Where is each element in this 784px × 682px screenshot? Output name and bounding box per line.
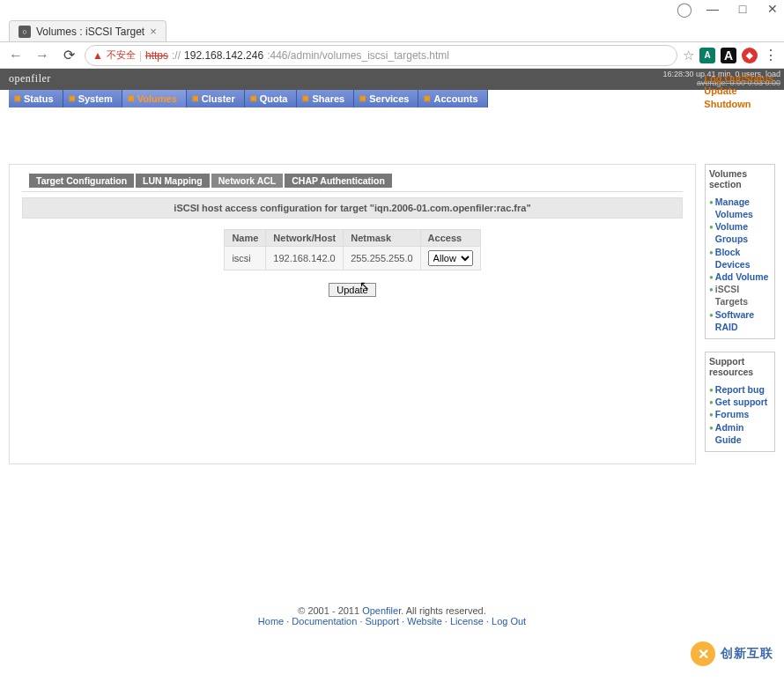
nav-system[interactable]: ▣System [63,90,122,107]
tab-favicon-icon: ○ [18,26,31,38]
side-link-admin-guide[interactable]: Admin Guide [715,421,771,446]
cell-netmask: 255.255.255.0 [344,246,420,270]
tab-title: Volumes : iSCSI Target [36,26,144,38]
support-resources-box: Support resources ●Report bug ●Get suppo… [705,352,775,452]
update-button[interactable]: Update [329,283,375,297]
col-access: Access [420,229,480,246]
watermark: ✕ 创新互联 [691,641,773,666]
nav-volumes[interactable]: ▣Volumes [122,90,187,107]
browser-toolbar: ← → ⟳ ▲ 不安全 | https://192.168.142.246:44… [0,42,784,69]
nav-shares[interactable]: ▣Shares [297,90,354,107]
tab-close-icon[interactable]: × [150,25,157,38]
browser-tab[interactable]: ○ Volumes : iSCSI Target × [9,20,166,41]
status-link[interactable]: Status [743,73,773,84]
access-select[interactable]: Allow [428,250,473,266]
browser-tab-strip: ○ Volumes : iSCSI Target × [0,18,784,42]
reload-button[interactable]: ⟳ [58,47,79,63]
nav-status[interactable]: ▣Status [9,90,63,107]
col-network: Network/Host [266,229,344,246]
main-nav: ▣Status ▣System ▣Volumes ▣Cluster ▣Quota… [9,90,775,107]
nav-accounts[interactable]: ▣Accounts [418,90,487,107]
sub-tabs: Target Configuration LUN Mapping Network… [29,174,695,188]
side-link-block-devices[interactable]: Block Devices [715,246,771,271]
insecure-label: 不安全 [107,48,136,62]
footer: © 2001 - 2011 Openfiler. All rights rese… [0,605,784,626]
side-link-iscsi-targets[interactable]: iSCSI Targets [715,283,771,308]
watermark-text: 创新互联 [721,646,773,662]
extension-b-icon[interactable]: A [721,48,736,63]
side-link-add-volume[interactable]: Add Volume [715,271,768,283]
bookmark-icon[interactable]: ☆ [683,48,694,63]
url-path: :446/admin/volumes_iscsi_targets.html [267,49,449,62]
subtab-chap-auth[interactable]: CHAP Authentication [285,174,394,188]
nav-services[interactable]: ▣Services [354,90,418,107]
cell-network: 192.168.142.0 [266,246,344,270]
watermark-icon: ✕ [691,641,715,666]
extension-c-icon[interactable]: ◆ [742,48,758,63]
footer-link-home[interactable]: Home [258,616,284,626]
footer-openfiler-link[interactable]: Openfiler [362,605,401,616]
table-header-row: Name Network/Host Netmask Access [225,229,480,246]
back-button[interactable]: ← [5,48,26,63]
app-banner: openfiler 16:28:30 up 41 min, 0 users, l… [0,69,784,90]
brand-logo: openfiler [9,72,51,85]
side-link-forums[interactable]: Forums [715,408,750,420]
nav-cluster[interactable]: ▣Cluster [187,90,245,107]
support-resources-title: Support resources [709,356,771,378]
close-window-icon[interactable]: ✕ [766,2,779,16]
acl-table: Name Network/Host Netmask Access iscsi 1… [224,229,480,271]
cell-name: iscsi [225,246,266,270]
footer-link-website[interactable]: Website [407,616,442,626]
nav-quota[interactable]: ▣Quota [245,90,298,107]
subtab-lun-mapping[interactable]: LUN Mapping [136,174,211,188]
side-link-volume-groups[interactable]: Volume Groups [715,220,771,245]
side-link-get-support[interactable]: Get support [715,396,768,408]
user-icon[interactable]: ◯ [677,1,689,18]
address-bar[interactable]: ▲ 不安全 | https://192.168.142.246:446/admi… [85,45,677,66]
url-scheme: https [145,49,168,62]
side-link-software-raid[interactable]: Software RAID [715,308,771,333]
col-netmask: Netmask [344,229,420,246]
logout-link[interactable]: Log Out [704,73,741,84]
browser-menu-icon[interactable]: ⋮ [763,47,779,63]
extension-a-icon[interactable]: A [699,48,715,63]
forward-button: → [32,48,53,63]
footer-link-logout[interactable]: Log Out [492,616,526,626]
footer-link-license[interactable]: License [450,616,484,626]
url-host: 192.168.142.246 [184,49,263,62]
main-content: Target Configuration LUN Mapping Network… [9,164,696,464]
col-name: Name [225,229,266,246]
volumes-section-title: Volumes section [709,168,771,190]
subtab-network-acl[interactable]: Network ACL [211,174,285,188]
side-link-manage-volumes[interactable]: Manage Volumes [715,196,771,220]
maximize-icon[interactable]: □ [736,2,749,16]
volumes-section-box: Volumes section ●Manage Volumes ●Volume … [705,164,775,339]
footer-link-documentation[interactable]: Documentation [292,616,357,626]
update-link[interactable]: Update [704,85,736,96]
side-link-report-bug[interactable]: Report bug [715,383,765,396]
minimize-icon[interactable]: — [706,2,719,16]
extension-icons: ☆ A A ◆ ⋮ [683,47,779,63]
session-links: Log Out|Status Update Shutdown [704,72,773,110]
config-title: iSCSI host access configuration for targ… [22,197,683,219]
insecure-warning-icon: ▲ [92,49,103,62]
table-row: iscsi 192.168.142.0 255.255.255.0 Allow [225,246,480,270]
window-controls: ◯ — □ ✕ [0,0,784,18]
footer-link-support[interactable]: Support [366,616,400,626]
shutdown-link[interactable]: Shutdown [704,99,751,109]
subtab-target-config[interactable]: Target Configuration [29,174,136,188]
cell-access: Allow [420,246,480,270]
